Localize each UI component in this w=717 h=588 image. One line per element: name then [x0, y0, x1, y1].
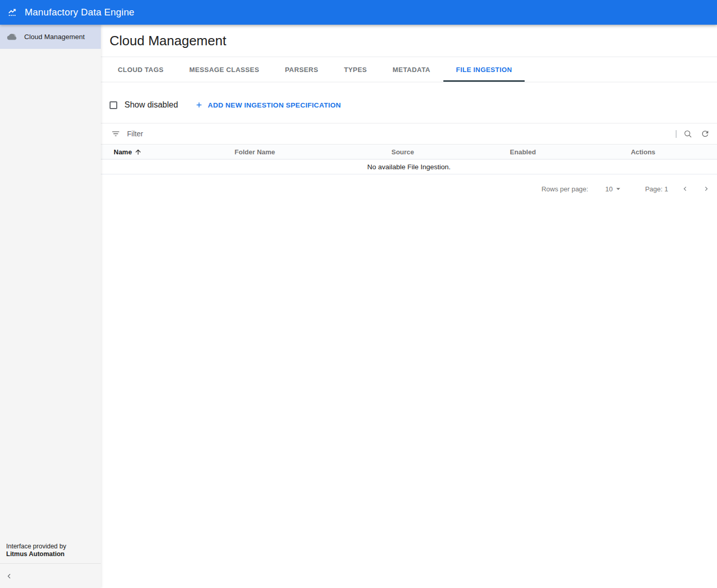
filter-divider [676, 130, 676, 138]
main-content: Cloud Management CLOUD TAGS MESSAGE CLAS… [101, 25, 717, 588]
pagination-nav [678, 182, 713, 195]
page-title: Cloud Management [110, 33, 226, 49]
add-new-ingestion-button[interactable]: ADD NEW INGESTION SPECIFICATION [195, 101, 341, 109]
table-header-row: Name Folder Name Source Enabled Actions [101, 144, 717, 159]
collapse-sidebar-chevron-left-icon[interactable] [3, 570, 15, 582]
tab-metadata[interactable]: METADATA [380, 57, 443, 82]
next-page-chevron-right-icon[interactable] [700, 182, 713, 195]
controls-row: Show disabled ADD NEW INGESTION SPECIFIC… [101, 98, 717, 112]
sidebar-footer: Interface provided by Litmus Automation [0, 540, 101, 563]
search-icon[interactable] [681, 127, 694, 140]
filter-label: Filter [127, 130, 143, 138]
sidebar-item-label: Cloud Management [24, 33, 85, 41]
tab-parsers[interactable]: PARSERS [272, 57, 331, 82]
tab-types[interactable]: TYPES [331, 57, 380, 82]
sidebar-collapse-row [0, 564, 101, 588]
page-indicator: Page: 1 [645, 185, 668, 193]
sort-ascending-icon [134, 148, 142, 156]
footer-provided-by: Interface provided by [6, 543, 66, 550]
table-empty-state: No available File Ingestion. [101, 159, 717, 174]
sidebar-item-cloud-management[interactable]: Cloud Management [0, 25, 101, 49]
tab-bar: CLOUD TAGS MESSAGE CLASSES PARSERS TYPES… [101, 57, 717, 82]
sidebar: Cloud Management Interface provided by L… [0, 25, 101, 588]
app-bar: Manufactory Data Engine [0, 0, 717, 25]
column-header-actions[interactable]: Actions [569, 148, 717, 156]
pagination-bar: Rows per page: 10 Page: 1 [101, 181, 717, 197]
column-header-folder-name[interactable]: Folder Name [181, 148, 329, 156]
previous-page-chevron-left-icon[interactable] [678, 182, 692, 195]
tab-cloud-tags[interactable]: CLOUD TAGS [105, 57, 176, 82]
page-header: Cloud Management [101, 25, 717, 57]
tab-message-classes[interactable]: MESSAGE CLASSES [176, 57, 272, 82]
rows-per-page-select[interactable]: 10 [605, 184, 623, 193]
refresh-icon[interactable] [698, 127, 712, 140]
column-header-enabled[interactable]: Enabled [477, 148, 569, 156]
tab-file-ingestion[interactable]: FILE INGESTION [443, 57, 525, 82]
add-new-ingestion-label: ADD NEW INGESTION SPECIFICATION [208, 101, 341, 109]
show-disabled-checkbox[interactable] [110, 101, 117, 109]
filter-bar[interactable]: Filter [101, 123, 717, 144]
manufactory-logo-icon [7, 6, 20, 19]
filter-list-icon [111, 129, 120, 138]
footer-vendor-name: Litmus Automation [6, 550, 95, 558]
rows-per-page-label: Rows per page: [542, 185, 588, 193]
rows-per-page-value: 10 [605, 185, 613, 193]
app-title: Manufactory Data Engine [25, 7, 134, 18]
column-header-name[interactable]: Name [101, 148, 181, 156]
filter-table-section: Filter Name [101, 123, 717, 197]
plus-icon [195, 101, 203, 109]
sidebar-spacer [0, 49, 101, 540]
column-header-source[interactable]: Source [329, 148, 477, 156]
column-header-name-label: Name [114, 148, 132, 156]
cloud-icon [6, 31, 17, 43]
show-disabled-label: Show disabled [124, 100, 178, 110]
dropdown-arrow-icon [614, 184, 623, 193]
